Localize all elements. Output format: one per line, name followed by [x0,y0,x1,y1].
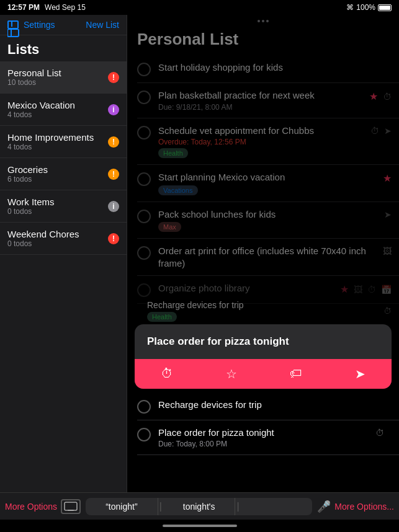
list-badge: ! [108,136,119,148]
popup-title: Place order for pizza tonight [135,324,392,359]
task-due: Due: Today, 8:00 PM [158,440,375,448]
list-count: 0 todos [7,239,108,248]
clock-icon: ⏱ [375,428,384,438]
task-checkbox[interactable] [137,428,151,441]
sidebar-toggle-icon [7,20,20,29]
sidebar-item-personal-list[interactable]: Personal List 10 todos ! [0,61,127,94]
sidebar-toggle[interactable]: Settings [7,20,55,30]
status-icons: ⌘ 100% [346,3,392,12]
task-checkbox[interactable] [137,400,151,414]
task-name: Recharge devices for trip [158,399,392,411]
main-content: Personal List Start holiday shopping for… [127,15,399,492]
home-bar [163,525,237,527]
new-list-button[interactable]: New List [86,20,119,30]
sidebar-item-work-items[interactable]: Work Items 0 todos i [0,190,127,223]
list-name: Work Items [7,197,108,207]
popup-card: Place order for pizza tonight ⏱ ☆ 🏷 ➤ [135,324,392,389]
popup-overlay: Recharge devices for trip Health ⏱ Place… [127,15,399,492]
list-count: 4 todos [7,143,108,151]
app-layout: Settings New List Lists Personal List 10… [0,15,399,492]
list-count: 0 todos [7,207,108,216]
keyboard-suggestions: “tonight” | tonight's | [86,498,312,515]
status-time: 12:57 PM [7,3,40,12]
ghost-clock: ⏱ [383,306,399,316]
list-badge: ! [108,169,119,180]
suggestion-divider: | [158,501,163,512]
status-bar: 12:57 PM Wed Sep 15 ⌘ 100% [0,0,399,15]
sidebar: Settings New List Lists Personal List 10… [0,15,127,492]
settings-button[interactable]: Settings [24,20,55,30]
list-badge: ! [108,233,119,244]
suggestion-divider-2: | [235,501,240,512]
list-items: Personal List 10 todos ! Mexico Vacation… [0,61,127,492]
list-badge: i [108,104,119,115]
list-name: Personal List [7,68,108,78]
home-indicator [0,520,399,532]
list-name: Groceries [7,164,108,175]
sidebar-item-mexico-vacation[interactable]: Mexico Vacation 4 todos i [0,94,127,126]
list-name: Home Improvements [7,132,108,143]
sidebar-header: Settings New List [0,15,127,35]
keyboard-area: More Options “tonight” | tonight's | 🎤 M… [0,492,399,520]
sidebar-item-weekend-chores[interactable]: Weekend Chores 0 todos ! [0,223,127,255]
popup-clock-icon[interactable]: ⏱ [161,366,173,381]
popup-toolbar: ⏱ ☆ 🏷 ➤ [135,359,392,389]
list-name: Mexico Vacation [7,100,108,110]
microphone-button[interactable]: 🎤 [317,500,331,513]
popup-star-icon[interactable]: ☆ [226,366,237,381]
svg-rect-2 [65,502,77,510]
list-count: 6 todos [7,175,108,184]
list-count: 4 todos [7,110,108,119]
keyboard-device-icon [61,499,81,514]
list-name: Weekend Chores [7,229,108,239]
svg-rect-0 [7,29,19,37]
suggestion-1[interactable]: “tonight” [86,498,158,515]
list-count: 10 todos [7,78,108,87]
popup-share-icon[interactable]: ➤ [355,366,365,381]
battery-label: 100% [356,3,375,12]
table-row[interactable]: Recharge devices for trip [137,392,399,420]
ghost-tag: Health [147,312,177,322]
battery-icon [378,4,392,11]
status-date: Wed Sep 15 [45,3,86,12]
sidebar-item-home-improvements[interactable]: Home Improvements 4 todos ! [0,126,127,158]
wifi-icon: ⌘ [346,3,354,12]
sidebar-item-groceries[interactable]: Groceries 6 todos ! [0,158,127,190]
suggestion-2[interactable]: tonight's [163,498,236,515]
suggestion-3[interactable] [241,503,313,510]
svg-rect-3 [68,510,74,511]
list-badge: i [108,201,119,212]
more-options-right-button[interactable]: More Options... [334,502,394,512]
more-options-left-button[interactable]: More Options [5,502,57,512]
popup-tag-icon[interactable]: 🏷 [290,366,302,381]
ghost-task-recharge: Recharge devices for trip [147,300,244,310]
table-row[interactable]: Place order for pizza tonight Due: Today… [137,420,399,456]
task-name: Place order for pizza tonight [158,427,375,439]
list-badge: ! [108,72,119,83]
